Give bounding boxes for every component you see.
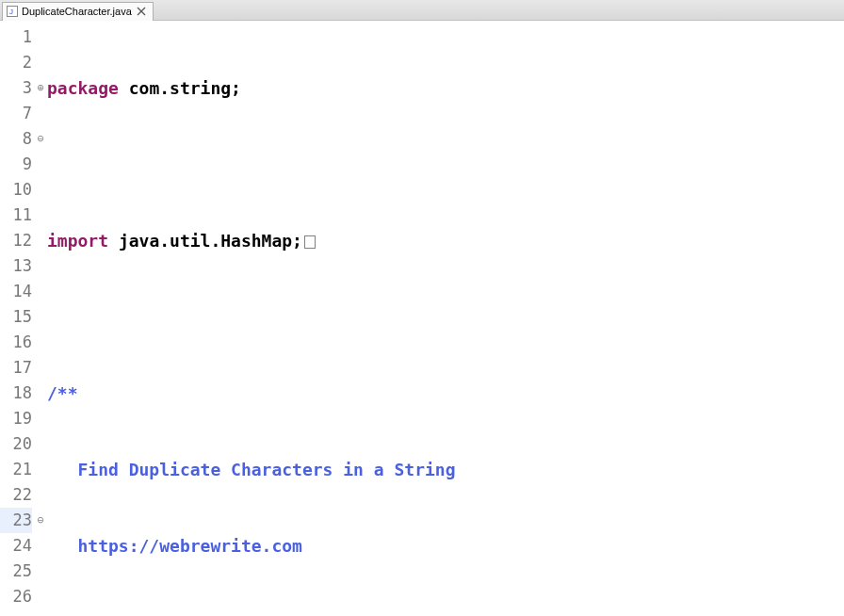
line-number: 1 bbox=[0, 24, 32, 50]
fold-collapse-icon[interactable]: ⊖ bbox=[34, 126, 47, 152]
editor-tab[interactable]: J DuplicateCharacter.java bbox=[2, 2, 154, 21]
line-number: 22 bbox=[0, 482, 32, 508]
line-number: 17 bbox=[0, 355, 32, 381]
code-line[interactable]: /** bbox=[47, 381, 844, 406]
editor-tab-bar: J DuplicateCharacter.java bbox=[0, 0, 844, 21]
line-number: 12 bbox=[0, 228, 32, 253]
line-number: 18 bbox=[0, 381, 32, 406]
line-number-gutter: 1 2 3 7 8 9 10 11 12 13 14 15 16 17 18 1… bbox=[0, 21, 34, 616]
code-area[interactable]: package com.string; import java.util.Has… bbox=[47, 21, 844, 616]
line-number: 9 bbox=[0, 152, 32, 177]
line-number: 13 bbox=[0, 253, 32, 279]
code-editor[interactable]: 1 2 3 7 8 9 10 11 12 13 14 15 16 17 18 1… bbox=[0, 21, 844, 616]
line-number: 16 bbox=[0, 330, 32, 355]
line-number: 7 bbox=[0, 101, 32, 126]
line-number: 10 bbox=[0, 177, 32, 203]
fold-expand-icon[interactable]: ⊕ bbox=[34, 75, 47, 101]
line-number: 3 bbox=[0, 75, 32, 101]
tab-filename: DuplicateCharacter.java bbox=[22, 6, 132, 17]
line-number: 20 bbox=[0, 431, 32, 457]
code-line[interactable] bbox=[47, 152, 844, 177]
line-number: 23 bbox=[0, 508, 32, 533]
collapsed-region-icon[interactable] bbox=[304, 235, 316, 249]
java-file-icon: J bbox=[7, 6, 18, 17]
code-line[interactable]: import java.util.HashMap; bbox=[47, 228, 844, 253]
code-line[interactable] bbox=[47, 304, 844, 330]
code-line[interactable]: https://webrewrite.com bbox=[47, 533, 844, 559]
code-line[interactable]: Find Duplicate Characters in a String bbox=[47, 457, 844, 482]
line-number: 19 bbox=[0, 406, 32, 431]
code-line[interactable] bbox=[47, 609, 844, 616]
svg-text:J: J bbox=[9, 8, 13, 16]
line-number: 15 bbox=[0, 304, 32, 330]
code-line[interactable]: package com.string; bbox=[47, 75, 844, 101]
line-number: 25 bbox=[0, 559, 32, 584]
line-number: 14 bbox=[0, 279, 32, 304]
fold-gutter: ⊕ ⊖ ⊖ bbox=[34, 21, 47, 616]
fold-collapse-icon[interactable]: ⊖ bbox=[34, 508, 47, 533]
close-icon[interactable] bbox=[136, 6, 147, 17]
line-number: 21 bbox=[0, 457, 32, 482]
line-number: 2 bbox=[0, 50, 32, 75]
line-number: 8 bbox=[0, 126, 32, 152]
line-number: 24 bbox=[0, 533, 32, 559]
line-number: 26 bbox=[0, 584, 32, 609]
line-number: 11 bbox=[0, 203, 32, 228]
